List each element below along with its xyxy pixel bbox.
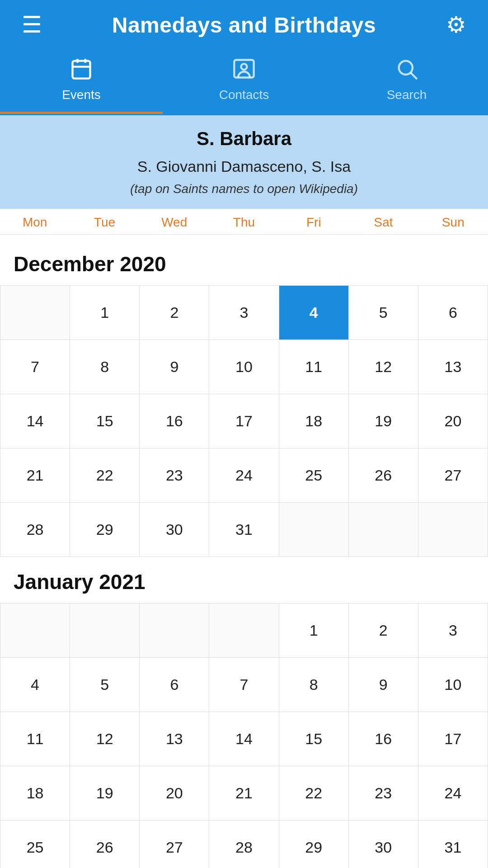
nameday-hint: (tap on Saints names to open Wikipedia) [18, 182, 470, 196]
cal-cell-day[interactable]: 9 [349, 658, 418, 712]
month-label-dec2020: December 2020 [0, 239, 488, 285]
weekday-sun: Sun [418, 215, 488, 230]
cal-cell-day[interactable]: 3 [209, 286, 279, 340]
cal-cell-day[interactable]: 24 [209, 448, 279, 503]
cal-cell-day[interactable]: 14 [209, 712, 279, 766]
cal-cell-day[interactable]: 7 [209, 658, 279, 712]
cal-cell-day[interactable]: 19 [349, 394, 418, 448]
cal-cell-day[interactable]: 5 [70, 658, 140, 712]
svg-rect-0 [73, 61, 90, 79]
cal-cell-day[interactable]: 31 [418, 821, 488, 868]
cal-cell-day[interactable]: 10 [418, 658, 488, 712]
cal-cell-day[interactable]: 27 [140, 821, 209, 868]
cal-cell-day[interactable]: 21 [209, 766, 279, 821]
cal-cell-day[interactable]: 6 [140, 658, 209, 712]
cal-cell-day[interactable]: 11 [279, 340, 349, 394]
cal-cell-day[interactable]: 12 [349, 340, 418, 394]
cal-cell-empty [0, 286, 70, 340]
settings-button[interactable]: ⚙ [442, 10, 470, 40]
cal-cell-empty [209, 604, 279, 658]
cal-cell-empty [140, 604, 209, 658]
cal-cell-day[interactable]: 1 [70, 286, 140, 340]
cal-cell-day[interactable]: 17 [209, 394, 279, 448]
cal-cell-day[interactable]: 10 [209, 340, 279, 394]
weekday-header: Mon Tue Wed Thu Fri Sat Sun [0, 209, 488, 235]
cal-cell-empty [70, 604, 140, 658]
tab-contacts-label: Contacts [219, 88, 269, 102]
cal-cell-day[interactable]: 29 [70, 503, 140, 557]
cal-cell-day[interactable]: 28 [0, 503, 70, 557]
cal-cell-day[interactable]: 8 [70, 340, 140, 394]
cal-cell-empty [418, 503, 488, 557]
svg-line-7 [411, 73, 417, 79]
cal-cell-day[interactable]: 25 [279, 448, 349, 503]
tab-bar: Events Contacts Search [0, 50, 488, 115]
tab-events-label: Events [62, 88, 101, 102]
contacts-icon [232, 57, 256, 84]
search-icon [395, 57, 418, 84]
weekday-sat: Sat [348, 215, 418, 230]
cal-cell-day[interactable]: 20 [140, 766, 209, 821]
cal-cell-empty [279, 503, 349, 557]
svg-point-5 [241, 64, 247, 70]
calendar-icon [70, 57, 93, 84]
cal-cell-day[interactable]: 2 [349, 604, 418, 658]
tab-search[interactable]: Search [325, 50, 488, 114]
cal-cell-day[interactable]: 11 [0, 712, 70, 766]
calendar-body: December 2020 12345678910111213141516171… [0, 235, 488, 868]
cal-cell-day[interactable]: 23 [140, 448, 209, 503]
tab-contacts[interactable]: Contacts [163, 50, 325, 114]
cal-cell-day[interactable]: 13 [418, 340, 488, 394]
cal-cell-day[interactable]: 9 [140, 340, 209, 394]
cal-cell-empty [0, 604, 70, 658]
cal-cell-day[interactable]: 20 [418, 394, 488, 448]
cal-cell-day[interactable]: 2 [140, 286, 209, 340]
cal-cell-day[interactable]: 27 [418, 448, 488, 503]
cal-cell-day[interactable]: 15 [279, 712, 349, 766]
cal-cell-day[interactable]: 7 [0, 340, 70, 394]
cal-cell-day[interactable]: 4 [279, 286, 349, 340]
cal-cell-day[interactable]: 5 [349, 286, 418, 340]
menu-button[interactable]: ☰ [18, 10, 46, 40]
app-title: Namedays and Birthdays [112, 13, 376, 38]
month-label-jan2021: January 2021 [0, 557, 488, 603]
cal-cell-day[interactable]: 12 [70, 712, 140, 766]
cal-cell-day[interactable]: 22 [70, 448, 140, 503]
tab-search-label: Search [387, 88, 427, 102]
cal-cell-day[interactable]: 16 [349, 712, 418, 766]
cal-cell-day[interactable]: 21 [0, 448, 70, 503]
cal-cell-day[interactable]: 26 [70, 821, 140, 868]
tab-events[interactable]: Events [0, 50, 163, 114]
cal-cell-day[interactable]: 17 [418, 712, 488, 766]
weekday-thu: Thu [209, 215, 279, 230]
weekday-mon: Mon [0, 215, 70, 230]
nameday-primary: S. Barbara [18, 128, 470, 150]
weekday-wed: Wed [140, 215, 209, 230]
cal-cell-day[interactable]: 6 [418, 286, 488, 340]
cal-cell-day[interactable]: 30 [140, 503, 209, 557]
december-grid: 1234567891011121314151617181920212223242… [0, 285, 488, 557]
cal-cell-day[interactable]: 3 [418, 604, 488, 658]
cal-cell-day[interactable]: 14 [0, 394, 70, 448]
cal-cell-day[interactable]: 13 [140, 712, 209, 766]
cal-cell-day[interactable]: 8 [279, 658, 349, 712]
cal-cell-day[interactable]: 23 [349, 766, 418, 821]
cal-cell-day[interactable]: 18 [0, 766, 70, 821]
january-grid: 1234567891011121314151617181920212223242… [0, 603, 488, 868]
cal-cell-day[interactable]: 30 [349, 821, 418, 868]
cal-cell-day[interactable]: 19 [70, 766, 140, 821]
cal-cell-day[interactable]: 29 [279, 821, 349, 868]
cal-cell-day[interactable]: 22 [279, 766, 349, 821]
cal-cell-day[interactable]: 18 [279, 394, 349, 448]
cal-cell-day[interactable]: 1 [279, 604, 349, 658]
cal-cell-day[interactable]: 25 [0, 821, 70, 868]
cal-cell-day[interactable]: 15 [70, 394, 140, 448]
cal-cell-day[interactable]: 16 [140, 394, 209, 448]
cal-cell-day[interactable]: 24 [418, 766, 488, 821]
nameday-banner: S. Barbara S. Giovanni Damasceno, S. Isa… [0, 115, 488, 209]
cal-cell-day[interactable]: 4 [0, 658, 70, 712]
cal-cell-day[interactable]: 31 [209, 503, 279, 557]
nameday-secondary[interactable]: S. Giovanni Damasceno, S. Isa [18, 158, 470, 175]
cal-cell-day[interactable]: 28 [209, 821, 279, 868]
cal-cell-day[interactable]: 26 [349, 448, 418, 503]
